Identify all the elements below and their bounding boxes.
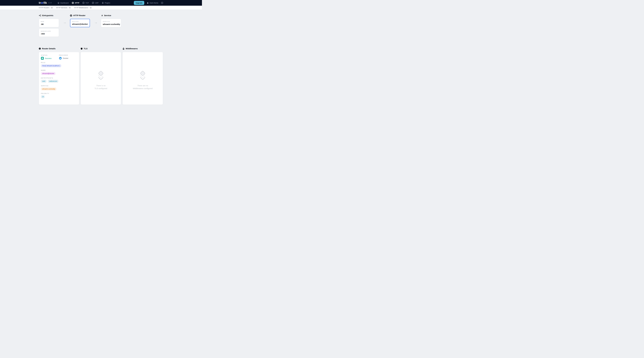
version-label: 3.3.6 (48, 2, 52, 4)
traefik-logo[interactable]: træfik (39, 1, 47, 5)
tab-label: HTTP Services (56, 7, 67, 9)
logo-text-pre: tr (39, 1, 41, 5)
provider-value: Docker (63, 57, 68, 59)
middlewares-card: There are no Middlewares configured (122, 52, 163, 105)
tab-label: HTTP Middlewares (74, 7, 88, 9)
docker-icon (59, 57, 62, 60)
nav-item-label: Plugins (105, 2, 110, 4)
status-success-icon (41, 57, 44, 60)
nav-menu: Dashboard HTTP TCP UDP (58, 2, 110, 4)
entrypoint-chip-websecure: websecure (48, 80, 58, 83)
rule-chip: Host(`whoami.localhost`) (41, 64, 61, 67)
nav-item-dashboard[interactable]: Dashboard (58, 2, 69, 4)
nav-item-udp[interactable]: UDP (92, 2, 98, 4)
udp-icon (92, 2, 94, 4)
help-button[interactable]: ? (161, 2, 163, 4)
plugins-icon (102, 2, 104, 4)
tls-empty-text: There is no TLS configured (81, 84, 121, 90)
flow-arrow-icon: → (63, 21, 66, 24)
entrypoint-card-value: :443 (41, 33, 45, 35)
upgrade-button[interactable]: Upgrade (134, 1, 144, 5)
top-navbar: træfik 3.3.6 Dashboard HTTP TCP (0, 0, 202, 6)
nav-item-plugins[interactable]: Plugins (102, 2, 110, 4)
router-details-title: Router Details (39, 48, 56, 50)
rule-label: RULE (41, 62, 77, 63)
help-icon: ? (161, 2, 163, 4)
empty-layers-icon (139, 71, 147, 80)
shield-icon (81, 48, 82, 50)
tcp-icon (82, 2, 84, 4)
http-router-section-title: HTTP Router (70, 14, 86, 17)
tls-title: TLS (81, 48, 88, 50)
home-icon (58, 2, 60, 4)
entrypoint-card-web[interactable]: WEB :80 (39, 19, 59, 27)
router-card-value: whoami@docker (72, 23, 88, 25)
tls-card: There is no TLS configured (81, 52, 121, 105)
info-icon (39, 48, 41, 50)
flow-arrow-icon: → (94, 21, 98, 24)
entrypoint-card-websecure[interactable]: WEBSECURE :443 (39, 29, 59, 37)
nav-item-tcp[interactable]: TCP (82, 2, 89, 4)
layers-icon (122, 48, 124, 50)
tab-http-services[interactable]: HTTP Services 4 (56, 7, 71, 9)
router-details-card: STATUS Success PROVIDER Docker (39, 52, 79, 105)
name-label: NAME (41, 70, 77, 71)
theme-toggle-label: Dark theme (150, 2, 158, 4)
globe-icon (72, 2, 74, 4)
main-content: Entrypoints HTTP Router Service WEB :80 … (39, 10, 163, 111)
service-card-label: SERVICE (103, 21, 121, 22)
nav-item-http[interactable]: HTTP (72, 2, 79, 4)
tab-label: HTTP Routers (39, 7, 50, 9)
priority-label: PRIORITY (41, 93, 77, 94)
status-value: Success (45, 57, 52, 59)
nav-item-label: Dashboard (60, 2, 69, 4)
droplet-icon (147, 2, 148, 4)
nav-item-label: HTTP (75, 2, 79, 4)
logo-text-post: fik (44, 1, 47, 5)
nav-item-label: UDP (95, 2, 98, 4)
empty-layers-icon (97, 71, 105, 80)
middlewares-title: Middlewares (122, 48, 138, 50)
sub-navbar: HTTP Routers 3 HTTP Services 4 HTTP Midd… (0, 6, 202, 10)
tab-count-badge: 4 (68, 7, 71, 9)
provider-label: PROVIDER (59, 55, 77, 56)
entrypoint-chip-web: web (41, 80, 46, 83)
globe-outline-icon (70, 15, 72, 17)
tab-count-badge: 3 (50, 7, 53, 9)
logo-text-ae: æ (41, 1, 44, 5)
entrypoints-label: ENTRYPOINTS (41, 77, 77, 79)
entrypoint-card-label: WEB (41, 21, 59, 22)
detail-service-label: SERVICE (41, 85, 77, 87)
tab-http-middlewares[interactable]: HTTP Middlewares 2 (74, 7, 92, 9)
middlewares-empty-text: There are no Middlewares configured (122, 84, 163, 90)
service-card-value: whoami-xxsheddy (103, 23, 120, 25)
service-card[interactable]: SERVICE whoami-xxsheddy (101, 19, 121, 27)
status-label: STATUS (41, 55, 59, 56)
priority-chip: 24 (41, 95, 45, 98)
svg-text:?: ? (162, 2, 162, 4)
router-card[interactable]: ROUTER whoami@docker (70, 19, 90, 27)
tab-http-routers[interactable]: HTTP Routers 3 (39, 7, 53, 9)
tab-count-badge: 2 (90, 7, 92, 9)
entrypoint-card-value: :80 (41, 23, 44, 25)
entrypoints-icon (39, 15, 41, 17)
lightning-bolt-icon (101, 15, 103, 17)
router-card-label: ROUTER (72, 21, 90, 22)
entrypoints-section-title: Entrypoints (39, 14, 53, 17)
nav-item-label: TCP (86, 2, 89, 4)
service-section-title: Service (101, 14, 111, 17)
theme-toggle[interactable]: Dark theme (147, 2, 158, 4)
entrypoint-card-label: WEBSECURE (41, 31, 59, 32)
service-chip: whoami-xxsheddy (41, 87, 56, 91)
name-chip: whoami@docker (41, 72, 56, 75)
